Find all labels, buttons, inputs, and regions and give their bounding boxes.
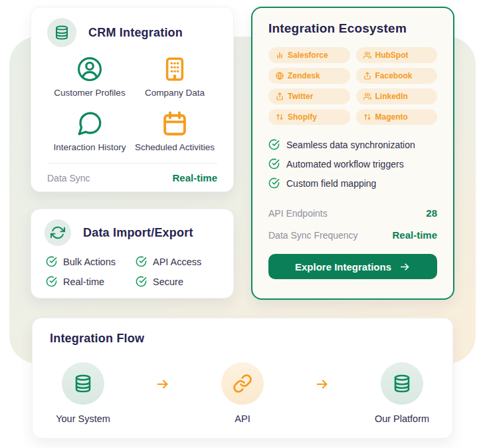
integration-pill-magento: Magento <box>356 109 438 125</box>
chat-bubble-icon <box>76 110 104 138</box>
feature-row: Automated workflow triggers <box>268 158 437 169</box>
flow-node-label: Our Platform <box>375 413 429 424</box>
flow-node-your-system: Your System <box>55 362 111 424</box>
feature-text: Automated workflow triggers <box>286 159 404 169</box>
flow-node-label: API <box>235 413 250 424</box>
integration-pill-facebook: Facebook <box>356 68 438 84</box>
database-icon <box>47 18 76 47</box>
integration-pill-hubspot: HubSpot <box>356 47 438 63</box>
data-sync-value: Real-time <box>172 172 217 183</box>
integration-pill-grid: Salesforce HubSpot Zendesk <box>268 47 437 125</box>
integration-flow-card: Integration Flow Your System <box>32 318 453 439</box>
data-import-export-card: Data Import/Export Bulk Actions API Acce… <box>31 209 234 298</box>
api-endpoints-label: API Endpoints <box>268 208 328 219</box>
import-card-title: Data Import/Export <box>83 226 193 240</box>
import-feature-secure: Secure <box>136 276 220 287</box>
feature-text: Custom field mapping <box>286 178 376 189</box>
crm-card-title: CRM Integration <box>88 26 183 40</box>
database-icon <box>62 362 104 405</box>
sync-frequency-row: Data Sync Frequency Real-time <box>268 224 437 246</box>
data-sync-row: Data Sync Real-time <box>47 164 217 192</box>
arrow-right-icon <box>155 377 170 392</box>
user-circle-icon <box>76 55 104 83</box>
check-circle-icon <box>268 139 280 150</box>
flow-node-api: API <box>215 362 270 424</box>
import-feature-grid: Bulk Actions API Access Real-time Secure <box>45 256 220 287</box>
import-feature-real-time: Real-time <box>46 276 130 287</box>
building-icon <box>161 55 189 83</box>
integration-pill-salesforce: Salesforce <box>268 47 350 63</box>
users-icon <box>363 51 371 59</box>
check-circle-icon <box>136 256 147 267</box>
feature-row: Seamless data synchronization <box>268 139 437 150</box>
share-icon <box>363 72 371 80</box>
crm-item-label: Company Data <box>145 88 205 98</box>
import-card-header: Data Import/Export <box>45 219 220 246</box>
integration-pill-label: Facebook <box>375 71 413 80</box>
integration-pill-label: Zendesk <box>288 71 320 80</box>
ecosystem-card-title: Integration Ecosystem <box>268 21 437 36</box>
integration-flow-diagram: Your System API <box>50 362 435 424</box>
arrow-right-icon <box>399 261 411 273</box>
check-circle-icon <box>268 177 280 189</box>
check-circle-icon <box>46 276 57 287</box>
explore-integrations-label: Explore Integrations <box>295 261 391 273</box>
flow-card-title: Integration Flow <box>50 332 435 346</box>
integration-pill-shopify: Shopify <box>268 109 350 125</box>
globe-icon <box>276 72 284 80</box>
ecosystem-feature-list: Seamless data synchronization Automated … <box>268 139 437 189</box>
integration-pill-label: Salesforce <box>288 51 328 60</box>
integration-pill-zendesk: Zendesk <box>268 68 350 84</box>
integration-pill-linkedin: LinkedIn <box>356 88 438 104</box>
data-sync-label: Data Sync <box>47 173 90 183</box>
feature-row: Custom field mapping <box>268 177 437 189</box>
ecosystem-stats: API Endpoints 28 Data Sync Frequency Rea… <box>268 202 437 246</box>
crm-item-label: Scheduled Activities <box>135 142 215 152</box>
crm-item-label: Customer Profiles <box>54 88 125 98</box>
crm-item-customer-profiles: Customer Profiles <box>47 55 132 98</box>
api-endpoints-value: 28 <box>426 207 437 219</box>
arrow-right-icon <box>315 377 330 392</box>
arrows-up-down-icon <box>363 113 371 121</box>
feature-text: Seamless data synchronization <box>286 140 415 150</box>
crm-feature-grid: Customer Profiles Company Data <box>47 55 217 152</box>
explore-integrations-button[interactable]: Explore Integrations <box>268 254 437 279</box>
integration-pill-label: Twitter <box>288 92 313 101</box>
bar-chart-icon <box>276 51 284 59</box>
integration-section: CRM Integration Customer Profiles <box>0 0 485 448</box>
crm-item-label: Interaction History <box>54 142 126 152</box>
check-circle-icon <box>136 276 147 287</box>
crm-card-header: CRM Integration <box>47 18 217 47</box>
import-feature-api-access: API Access <box>136 256 220 267</box>
refresh-icon <box>45 219 71 246</box>
crm-item-scheduled-activities: Scheduled Activities <box>132 110 217 152</box>
check-circle-icon <box>46 256 57 267</box>
sync-frequency-value: Real-time <box>392 229 437 241</box>
flow-node-our-platform: Our Platform <box>374 362 430 424</box>
import-feature-text: Bulk Actions <box>63 257 116 267</box>
import-feature-text: Real-time <box>63 277 104 287</box>
sync-frequency-label: Data Sync Frequency <box>268 230 358 241</box>
integration-pill-twitter: Twitter <box>268 88 350 104</box>
link-icon <box>221 362 264 405</box>
import-feature-text: API Access <box>153 257 201 267</box>
integration-ecosystem-card: Integration Ecosystem Salesforce HubSpot <box>251 7 454 300</box>
check-circle-icon <box>268 158 280 169</box>
users-icon <box>363 92 371 100</box>
crm-item-company-data: Company Data <box>132 55 217 98</box>
crm-integration-card: CRM Integration Customer Profiles <box>31 7 234 192</box>
integration-pill-label: Magento <box>375 112 408 122</box>
integration-pill-label: LinkedIn <box>375 92 408 101</box>
share-icon <box>276 92 284 100</box>
crm-item-interaction-history: Interaction History <box>47 110 132 152</box>
flow-node-label: Your System <box>56 413 110 424</box>
arrows-up-down-icon <box>276 113 284 121</box>
database-icon <box>381 362 423 405</box>
calendar-icon <box>161 110 189 138</box>
api-endpoints-row: API Endpoints 28 <box>268 202 437 224</box>
import-feature-bulk-actions: Bulk Actions <box>46 256 130 267</box>
integration-pill-label: Shopify <box>288 112 317 122</box>
import-feature-text: Secure <box>153 277 183 287</box>
integration-pill-label: HubSpot <box>375 51 409 60</box>
